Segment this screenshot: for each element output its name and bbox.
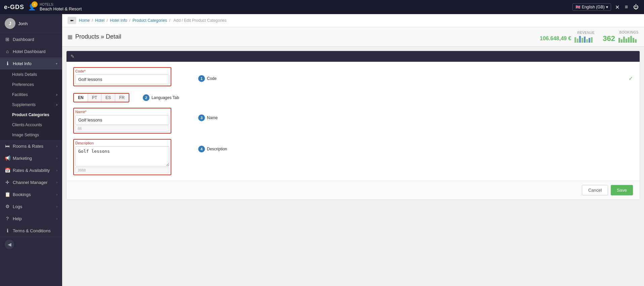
sidebar-item-hotel-dashboard[interactable]: ⌂ Hotel Dashboard <box>0 45 62 57</box>
hotel-info-submenu: Hotels Details Preferences Facilities › … <box>0 69 62 140</box>
tab-es[interactable]: ES <box>101 94 115 102</box>
breadcrumb-product-categories[interactable]: Product Categories <box>132 18 167 23</box>
marketing-icon: 📢 <box>5 155 10 161</box>
dashboard-icon: ⊞ <box>5 37 10 42</box>
tab-en[interactable]: EN <box>74 94 88 102</box>
collapse-sidebar-button[interactable]: ◀ <box>5 240 14 249</box>
svg-rect-4 <box>584 37 586 43</box>
back-button[interactable]: ⬅ <box>68 17 76 24</box>
sidebar-item-label: Marketing <box>13 156 32 161</box>
hotel-info-icon: ℹ <box>5 61 10 66</box>
form-body: Code* 1 Code ✓ EN PT <box>67 62 640 181</box>
user-profile[interactable]: J Jonh <box>0 14 62 33</box>
sidebar-item-help[interactable]: ? Help › <box>0 212 62 225</box>
edit-icon[interactable]: ✎ <box>71 54 75 59</box>
svg-rect-2 <box>579 36 581 43</box>
description-textarea[interactable]: Golf lessons <box>75 146 169 166</box>
sub-header: ⬅ Home / Hotel / Hotel Info / Product Ca… <box>62 14 644 27</box>
sidebar: J Jonh ⊞ Dashboard ⌂ Hotel Dashboard ℹ H… <box>0 14 62 286</box>
svg-rect-6 <box>589 38 590 43</box>
sidebar-item-logs[interactable]: ⚙ Logs › <box>0 200 62 212</box>
annotation-1-badge: 1 <box>198 75 205 82</box>
name-input[interactable] <box>75 115 169 125</box>
close-button[interactable]: ✕ <box>614 3 621 12</box>
svg-rect-0 <box>574 37 576 43</box>
name-label: Name* <box>75 110 169 114</box>
annotation-3-badge: 3 <box>198 114 205 121</box>
sidebar-sub-clients-accounts[interactable]: Clients Accounts <box>0 120 62 130</box>
sidebar-item-marketing[interactable]: 📢 Marketing › <box>0 152 62 164</box>
annotation-2-label: Languages Tab <box>152 95 179 100</box>
channel-icon: ✛ <box>5 180 10 185</box>
chevron-icon: › <box>56 205 57 208</box>
hotel-label: HOTELS: <box>40 3 82 6</box>
form-container: ✎ Code* 1 Code <box>66 51 640 200</box>
sidebar-item-label: Hotel Dashboard <box>13 49 46 54</box>
tab-fr[interactable]: FR <box>115 94 129 102</box>
revenue-chart <box>574 35 595 43</box>
tab-pt[interactable]: PT <box>88 94 101 102</box>
sidebar-sub-facilities[interactable]: Facilities › <box>0 90 62 100</box>
sidebar-item-label: Rooms & Rates <box>13 144 43 149</box>
sidebar-sub-product-categories[interactable]: Product Categories <box>0 110 62 120</box>
hotel-selector[interactable]: HOTELS: Beach Hotel & Resort <box>40 3 82 11</box>
sidebar-sub-image-settings[interactable]: Image Settings <box>0 130 62 140</box>
sidebar-item-dashboard[interactable]: ⊞ Dashboard <box>0 33 62 45</box>
terms-icon: ℹ <box>5 228 10 233</box>
cancel-button[interactable]: Cancel <box>582 185 608 195</box>
power-button[interactable]: ⏻ <box>632 3 640 11</box>
sidebar-item-hotel-info[interactable]: ℹ Hotel Info ▾ <box>0 57 62 69</box>
top-navigation: e-GDS 👤 4 HOTELS: Beach Hotel & Resort 🇬… <box>0 0 644 14</box>
sidebar-sub-preferences[interactable]: Preferences <box>0 80 62 90</box>
sidebar-item-terms[interactable]: ℹ Terms & Conditions <box>0 225 62 237</box>
code-field-box: Code* <box>73 67 171 86</box>
description-field-box: Description Golf lessons 3988 <box>73 139 171 175</box>
breadcrumb-home[interactable]: Home <box>79 18 90 23</box>
chevron-icon: › <box>56 193 57 196</box>
annotation-4-badge: 4 <box>198 146 205 152</box>
svg-rect-5 <box>586 39 588 43</box>
sidebar-item-channel-manager[interactable]: ✛ Channel Manager › <box>0 176 62 188</box>
chevron-icon: › <box>56 217 57 221</box>
bookings-value: 362 <box>603 34 615 43</box>
page-header: ▦ Products » Detail REVENUE 106.648,49 € <box>62 27 644 47</box>
svg-rect-1 <box>577 39 578 43</box>
main-content: ⬅ Home / Hotel / Hotel Info / Product Ca… <box>62 14 644 286</box>
sidebar-item-label: Logs <box>13 204 22 209</box>
username: Jonh <box>18 21 28 26</box>
page-title: Products » Detail <box>75 33 121 40</box>
breadcrumb-hotel-info[interactable]: Hotel Info <box>110 18 127 23</box>
breadcrumb-current: Add / Edit Product Categories <box>173 18 226 23</box>
form-actions: Cancel Save <box>67 181 640 199</box>
language-label: English (GB) <box>582 5 605 9</box>
sidebar-item-rooms-rates[interactable]: 🛏 Rooms & Rates › <box>0 140 62 152</box>
check-mark-icon: ✓ <box>629 75 633 82</box>
sidebar-sub-supplements[interactable]: Supplements › <box>0 100 62 110</box>
breadcrumb-hotel[interactable]: Hotel <box>95 18 104 23</box>
chevron-icon: › <box>56 169 57 172</box>
sidebar-item-rates-availability[interactable]: 📅 Rates & Availability › <box>0 164 62 176</box>
hotel-name: Beach Hotel & Resort <box>40 6 82 11</box>
svg-rect-15 <box>635 39 637 43</box>
code-input[interactable] <box>75 75 169 84</box>
menu-button[interactable]: ≡ <box>624 3 629 11</box>
svg-rect-3 <box>582 38 583 43</box>
sidebar-item-label: Rates & Availability <box>13 168 50 173</box>
svg-rect-11 <box>626 39 627 43</box>
hotel-dashboard-icon: ⌂ <box>5 49 10 54</box>
bookings-label: BOOKINGS <box>603 31 639 34</box>
svg-rect-12 <box>628 37 630 43</box>
svg-rect-14 <box>633 38 634 43</box>
save-button[interactable]: Save <box>611 185 633 195</box>
language-selector[interactable]: 🇬🇧 English (GB) ▾ <box>572 3 611 11</box>
svg-rect-9 <box>621 39 622 43</box>
sidebar-sub-hotels-details[interactable]: Hotels Details <box>0 69 62 80</box>
notification-button[interactable]: 👤 4 <box>28 3 36 11</box>
description-char-count: 3988 <box>75 167 169 173</box>
notification-badge: 4 <box>32 1 38 7</box>
rates-icon: 📅 <box>5 168 10 173</box>
rooms-icon: 🛏 <box>5 143 10 149</box>
grid-icon: ▦ <box>68 34 73 40</box>
sidebar-item-bookings[interactable]: 📋 Bookings › <box>0 188 62 200</box>
svg-rect-13 <box>630 36 632 43</box>
